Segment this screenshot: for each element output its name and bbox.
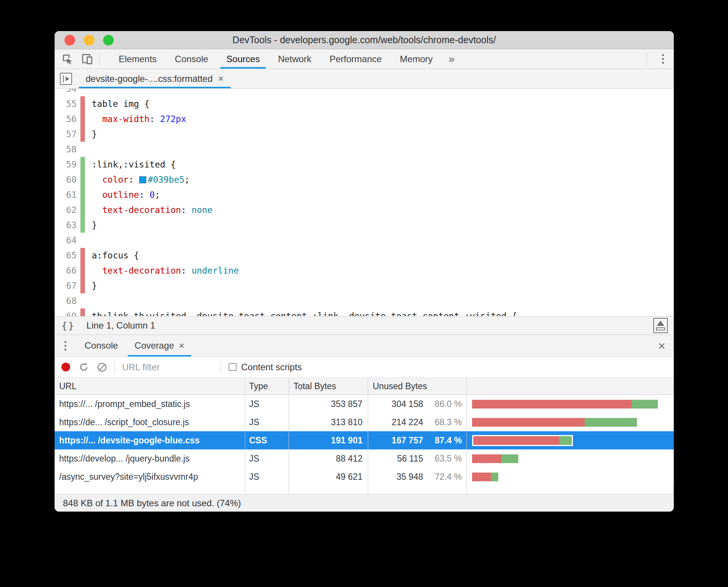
row-type: JS	[245, 449, 289, 468]
line-number[interactable]: 55	[55, 99, 77, 109]
coverage-marker	[80, 187, 85, 202]
tab-memory[interactable]: Memory	[391, 49, 442, 69]
clear-icon[interactable]	[97, 363, 107, 372]
code-text: a:focus {	[92, 250, 139, 260]
tab-network[interactable]: Network	[269, 49, 320, 69]
coverage-row[interactable]: https://... /prompt_embed_static.jsJS353…	[55, 395, 674, 413]
row-usage-bar	[467, 431, 674, 449]
code-line[interactable]: 64	[55, 233, 674, 248]
content-scripts-checkbox[interactable]	[229, 363, 237, 371]
coverage-row[interactable]: /async_survey?site=ylj5ifxusvvmr4pJS49 6…	[55, 468, 674, 486]
line-number[interactable]: 58	[55, 144, 77, 154]
code-line[interactable]: 63}	[55, 218, 674, 233]
row-usage-bar	[467, 395, 674, 413]
coverage-marker	[80, 293, 85, 308]
coverage-row[interactable]: https://de... /script_foot_closure.jsJS3…	[55, 413, 674, 431]
drawer-menu-icon[interactable]	[55, 335, 76, 356]
code-line[interactable]: 58	[55, 142, 674, 157]
devtools-menu-icon[interactable]	[652, 54, 674, 64]
used-bytes-bar	[632, 400, 658, 409]
code-line[interactable]: 54	[55, 89, 674, 96]
file-tab-close-icon[interactable]: ×	[218, 73, 224, 85]
drawer-tab-close-icon[interactable]: ×	[179, 340, 184, 352]
line-number[interactable]: 62	[55, 205, 77, 215]
editor-status-bar: {} Line 1, Column 1	[55, 316, 674, 335]
content-scripts-label: Content scripts	[241, 362, 302, 373]
code-line[interactable]: 62 text-decoration: none	[55, 202, 674, 218]
line-number[interactable]: 59	[55, 160, 77, 169]
code-line[interactable]: 65a:focus {	[55, 248, 674, 263]
table-filler	[55, 486, 674, 494]
row-unused-bytes: 56 11563.5 %	[368, 449, 467, 468]
expand-drawer-icon[interactable]	[653, 318, 668, 333]
url-filter-input[interactable]	[122, 362, 213, 373]
coverage-marker	[80, 278, 85, 293]
line-number[interactable]: 64	[55, 235, 77, 245]
code-line[interactable]: 59:link,:visited {	[55, 157, 674, 172]
line-number[interactable]: 68	[55, 296, 77, 306]
file-tab-devsite-css[interactable]: devsite-google-....css:formatted ×	[79, 69, 231, 88]
reload-icon[interactable]	[78, 362, 89, 373]
code-line[interactable]: 57}	[55, 127, 674, 142]
code-line[interactable]: 55table img {	[55, 96, 674, 111]
record-coverage-button[interactable]	[61, 363, 70, 371]
tab-console[interactable]: Console	[166, 49, 217, 69]
line-number[interactable]: 66	[55, 266, 77, 275]
row-unused-bytes: 35 94872.4 %	[368, 468, 467, 486]
code-line[interactable]: 67}	[55, 278, 674, 293]
code-line[interactable]: 60 color: #039be5;	[55, 172, 674, 187]
color-swatch-icon[interactable]	[139, 176, 146, 183]
show-navigator-icon[interactable]	[60, 73, 72, 85]
coverage-marker	[80, 89, 85, 96]
code-text: }	[92, 129, 97, 139]
coverage-row[interactable]: https://develop... /jquery-bundle.jsJS88…	[55, 449, 674, 468]
coverage-toolbar-divider	[221, 361, 221, 373]
tab-sources[interactable]: Sources	[217, 49, 269, 69]
more-panels-chevron-icon[interactable]: »	[442, 53, 461, 65]
code-editor[interactable]: 5455table img {56 max-width: 272px57}585…	[55, 89, 674, 316]
line-number[interactable]: 67	[55, 281, 77, 291]
code-line[interactable]: 68	[55, 293, 674, 308]
column-header-type[interactable]: Type	[245, 378, 289, 394]
coverage-marker	[80, 248, 85, 263]
column-header-url[interactable]: URL	[55, 378, 245, 394]
inspect-element-icon[interactable]	[61, 52, 74, 66]
tab-performance[interactable]: Performance	[320, 49, 391, 69]
coverage-row[interactable]: https://... /devsite-google-blue.cssCSS1…	[55, 431, 674, 449]
used-bytes-bar	[491, 473, 498, 481]
drawer-tab-coverage[interactable]: Coverage×	[126, 335, 193, 356]
row-usage-bar	[467, 413, 674, 431]
pretty-print-icon[interactable]: {}	[61, 320, 75, 331]
line-number[interactable]: 57	[55, 129, 77, 139]
line-number[interactable]: 63	[55, 220, 77, 230]
line-number[interactable]: 60	[55, 175, 77, 185]
coverage-marker	[80, 142, 85, 157]
panel-tabs: ElementsConsoleSourcesNetworkPerformance…	[110, 49, 442, 69]
row-total-bytes: 353 857	[289, 395, 368, 413]
line-number[interactable]: 54	[55, 89, 77, 94]
code-line[interactable]: 66 text-decoration: underline	[55, 263, 674, 278]
drawer-close-icon[interactable]: ×	[650, 335, 674, 356]
column-header-unused-bytes[interactable]: Unused Bytes	[368, 378, 467, 394]
tab-elements[interactable]: Elements	[110, 49, 166, 69]
code-line[interactable]: 69th:link,th:visited,.devsite-toast-cont…	[55, 308, 674, 316]
line-number[interactable]: 69	[55, 311, 77, 316]
coverage-marker	[80, 96, 85, 111]
toolbar-divider	[99, 53, 100, 65]
used-bytes-bar	[501, 454, 518, 463]
row-type: JS	[245, 395, 289, 413]
row-total-bytes: 49 621	[289, 468, 368, 486]
row-unused-percent: 86.0 %	[423, 399, 462, 409]
column-header-total-bytes[interactable]: Total Bytes	[289, 378, 368, 394]
line-number[interactable]: 65	[55, 250, 77, 260]
coverage-marker	[80, 172, 85, 187]
row-url: https://de... /script_foot_closure.js	[55, 413, 245, 431]
coverage-toolbar: Content scripts	[55, 357, 674, 378]
line-number[interactable]: 61	[55, 190, 77, 200]
code-line[interactable]: 61 outline: 0;	[55, 187, 674, 202]
row-total-bytes: 88 412	[289, 449, 368, 468]
device-toolbar-icon[interactable]	[80, 52, 94, 66]
line-number[interactable]: 56	[55, 114, 77, 124]
drawer-tab-console[interactable]: Console	[76, 335, 126, 356]
code-line[interactable]: 56 max-width: 272px	[55, 111, 674, 127]
